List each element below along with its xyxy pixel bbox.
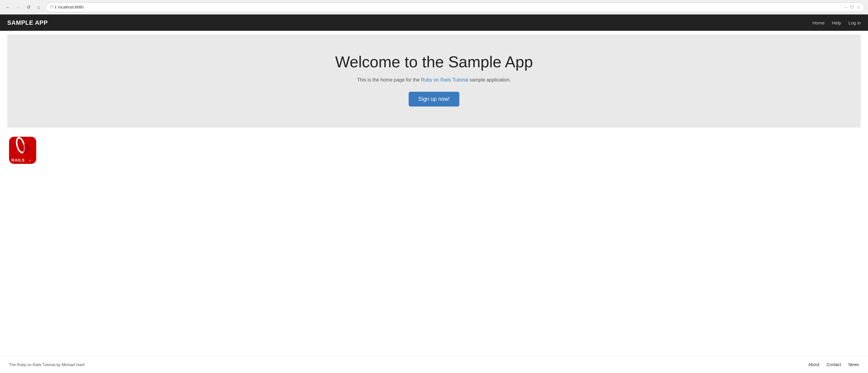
forward-button[interactable]: → [14, 3, 22, 11]
app-navbar: SAMPLE APP Home Help Log in [0, 14, 868, 31]
signup-button[interactable]: Sign up now! [409, 92, 459, 106]
footer-about-link[interactable]: About [808, 362, 819, 367]
nav-home-link[interactable]: Home [812, 20, 825, 25]
rails-tutorial-link[interactable]: Ruby on Rails Tutorial [421, 77, 468, 83]
footer-credit-pre: The Ruby on Rails Tutorial by [9, 363, 62, 367]
address-bar[interactable]: 🛡 ℹ localhost:8080 ··· 🛡 ☆ [46, 2, 864, 12]
bookmark-icon[interactable]: ☆ [857, 5, 861, 10]
nav-login-link[interactable]: Log in [848, 20, 861, 25]
browser-nav-buttons: ← → ↺ ⌂ [4, 3, 43, 11]
hero-title: Welcome to the Sample App [13, 53, 855, 71]
footer-contact-link[interactable]: Contact [827, 362, 841, 367]
address-bar-security-icons: 🛡 ℹ [50, 5, 56, 9]
footer-news-link[interactable]: News [848, 362, 859, 367]
rails-logo: RAILS ® [9, 137, 36, 164]
app-nav-links: Home Help Log in [812, 20, 861, 25]
info-icon: ℹ [55, 5, 56, 9]
app-brand[interactable]: SAMPLE APP [7, 19, 48, 26]
hero-subtitle: This is the home page for the Ruby on Ra… [13, 77, 855, 83]
pocket-icon[interactable]: 🛡 [850, 5, 854, 10]
footer-author-link[interactable]: Michael Hartl [62, 363, 85, 367]
footer-nav: About Contact News [808, 362, 859, 367]
more-options-icon[interactable]: ··· [844, 5, 847, 10]
reload-button[interactable]: ↺ [24, 3, 33, 11]
hero-section: Welcome to the Sample App This is the ho… [7, 34, 861, 128]
home-button[interactable]: ⌂ [34, 3, 43, 11]
url-display: localhost:8080 [58, 5, 842, 9]
hero-subtitle-post: sample application. [468, 77, 511, 83]
svg-text:RAILS: RAILS [11, 158, 25, 162]
site-footer: The Ruby on Rails Tutorial by Michael Ha… [0, 356, 868, 373]
footer-credit: The Ruby on Rails Tutorial by Michael Ha… [9, 363, 85, 367]
browser-chrome: ← → ↺ ⌂ 🛡 ℹ localhost:8080 ··· 🛡 ☆ [0, 0, 868, 14]
hero-subtitle-pre: This is the home page for the [357, 77, 421, 83]
nav-help-link[interactable]: Help [832, 20, 841, 25]
svg-text:®: ® [29, 160, 31, 162]
back-button[interactable]: ← [4, 3, 12, 11]
address-bar-actions: ··· 🛡 ☆ [844, 5, 861, 10]
rails-logo-section: RAILS ® [0, 128, 868, 174]
shield-icon: 🛡 [50, 5, 54, 9]
